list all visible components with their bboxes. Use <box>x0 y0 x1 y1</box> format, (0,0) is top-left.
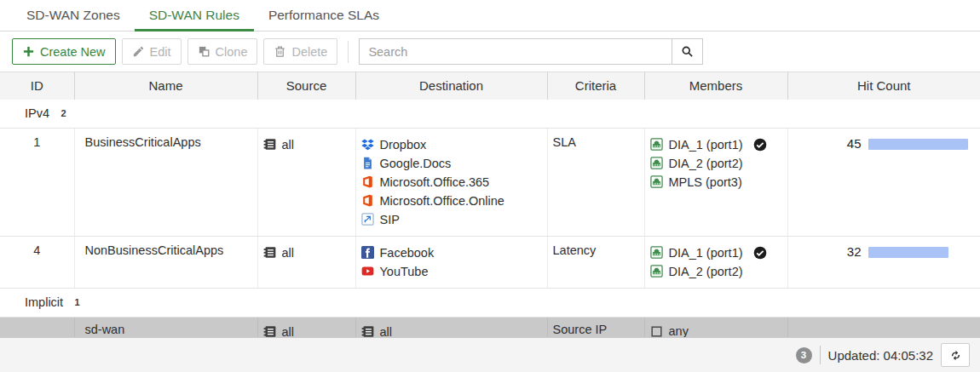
footer-separator <box>820 346 821 364</box>
destination-entity[interactable]: Google.Docs <box>361 154 542 173</box>
rule-row[interactable]: 4NonBusinessCriticalAppsallFacebookYouTu… <box>0 236 980 288</box>
rule-count-badge: 3 <box>796 347 812 363</box>
entity-label: DIA_2 (port2) <box>669 154 743 173</box>
rule-id: 4 <box>33 243 40 257</box>
search-icon <box>681 45 694 58</box>
group-label: Implicit <box>25 295 63 309</box>
sip-icon <box>361 213 374 226</box>
clone-button[interactable]: Clone <box>187 38 258 65</box>
source-entity[interactable]: all <box>263 135 350 154</box>
rule-name-cell: BusinessCriticalApps <box>74 128 257 236</box>
col-header-source[interactable]: Source <box>257 72 355 100</box>
destination-entity[interactable]: SIP <box>361 210 542 229</box>
entity-label: Google.Docs <box>380 154 452 173</box>
create-new-button[interactable]: Create New <box>12 38 116 65</box>
delete-button[interactable]: Delete <box>263 38 337 65</box>
group-row-implicit[interactable]: Implicit1 <box>0 288 980 317</box>
rule-criteria: Latency <box>553 243 597 257</box>
address-book-icon <box>263 325 276 338</box>
rule-criteria: SLA <box>553 135 576 149</box>
entity-label: DIA_1 (port1) <box>669 135 743 154</box>
check-circle-icon <box>753 138 767 152</box>
rule-name: sd-wan <box>85 323 125 336</box>
col-header-name[interactable]: Name <box>74 72 257 100</box>
rule-hitcount-cell: 45 <box>787 128 980 236</box>
collapse-minus-icon <box>5 107 18 120</box>
dropbox-icon <box>361 138 374 151</box>
sdwan-rules-table: ID Name Source Destination Criteria Memb… <box>0 72 980 349</box>
rule-criteria-cell: SLA <box>547 128 644 236</box>
rule-criteria: Source IP <box>553 323 608 336</box>
rule-id: 1 <box>33 135 40 149</box>
member-entity[interactable]: DIA_2 (port2) <box>650 262 782 281</box>
entity-label: Facebook <box>380 243 435 262</box>
entity-label: Dropbox <box>380 135 427 154</box>
entity-label: SIP <box>380 210 400 229</box>
destination-entity[interactable]: YouTube <box>361 262 542 281</box>
hit-count-value: 45 <box>793 136 862 152</box>
interface-icon <box>650 175 663 188</box>
address-book-icon <box>263 138 276 151</box>
search-input[interactable] <box>359 38 672 65</box>
interface-icon <box>650 246 663 259</box>
clone-icon <box>198 45 210 58</box>
tab-sdwan-zones[interactable]: SD-WAN Zones <box>12 0 135 31</box>
delete-label: Delete <box>291 45 327 59</box>
interface-icon <box>650 138 663 151</box>
collapse-minus-icon <box>5 296 18 309</box>
col-header-hit-count[interactable]: Hit Count <box>787 72 980 100</box>
rule-destination-cell: FacebookYouTube <box>355 236 547 288</box>
rule-name: BusinessCriticalApps <box>85 135 201 149</box>
destination-entity[interactable]: Facebook <box>361 243 542 262</box>
rule-row[interactable]: 1BusinessCriticalAppsallDropboxGoogle.Do… <box>0 128 980 236</box>
col-header-id[interactable]: ID <box>0 72 74 100</box>
rule-criteria-cell: Latency <box>547 236 644 288</box>
create-new-label: Create New <box>40 45 106 59</box>
edit-button[interactable]: Edit <box>122 38 182 65</box>
tab-performance-slas[interactable]: Performance SLAs <box>254 0 394 31</box>
group-label: IPv4 <box>25 106 49 120</box>
member-entity[interactable]: DIA_2 (port2) <box>650 154 782 173</box>
ms-office-icon <box>361 175 374 188</box>
entity-label: YouTube <box>380 262 429 281</box>
rule-members-cell: DIA_1 (port1)DIA_2 (port2)MPLS (port3) <box>644 128 787 236</box>
entity-label: Microsoft.Office.365 <box>380 173 490 192</box>
source-entity[interactable]: all <box>263 243 350 262</box>
rule-source-cell: all <box>257 128 355 236</box>
entity-label: DIA_1 (port1) <box>669 243 743 262</box>
refresh-button[interactable] <box>941 343 970 367</box>
tab-sdwan-rules[interactable]: SD-WAN Rules <box>135 0 254 31</box>
destination-entity[interactable]: Dropbox <box>361 135 542 154</box>
search-button[interactable] <box>672 38 703 65</box>
address-book-icon <box>263 246 276 259</box>
interface-icon <box>650 157 663 169</box>
group-row-ipv4[interactable]: IPv42 <box>0 100 980 129</box>
search-box <box>359 38 703 65</box>
check-circle-icon <box>753 246 767 260</box>
rule-destination-cell: DropboxGoogle.DocsMicrosoft.Office.365Mi… <box>355 128 547 236</box>
table-header-row: ID Name Source Destination Criteria Memb… <box>0 72 980 100</box>
ms-office-icon <box>361 194 374 207</box>
trash-icon <box>274 45 286 58</box>
refresh-icon <box>949 349 962 362</box>
any-icon <box>650 325 663 338</box>
entity-label: all <box>282 135 295 154</box>
col-header-criteria[interactable]: Criteria <box>547 72 644 100</box>
member-entity[interactable]: MPLS (port3) <box>650 173 782 192</box>
destination-entity[interactable]: Microsoft.Office.365 <box>361 173 542 192</box>
hit-count-bar <box>868 139 968 150</box>
plus-icon <box>22 45 35 58</box>
col-header-members[interactable]: Members <box>644 72 787 100</box>
rule-name-cell: NonBusinessCriticalApps <box>74 236 257 288</box>
member-entity[interactable]: DIA_1 (port1) <box>650 135 782 154</box>
entity-label: MPLS (port3) <box>669 173 742 192</box>
tab-bar: SD-WAN Zones SD-WAN Rules Performance SL… <box>0 0 980 31</box>
facebook-icon <box>361 246 374 259</box>
rule-id-cell: 4 <box>0 236 74 288</box>
col-header-destination[interactable]: Destination <box>355 72 547 100</box>
status-bar: 3 Updated: 04:05:32 <box>0 337 980 372</box>
destination-entity[interactable]: Microsoft.Office.Online <box>361 192 542 210</box>
interface-icon <box>650 265 663 278</box>
rule-members-cell: DIA_1 (port1)DIA_2 (port2) <box>644 236 787 288</box>
member-entity[interactable]: DIA_1 (port1) <box>650 243 782 262</box>
